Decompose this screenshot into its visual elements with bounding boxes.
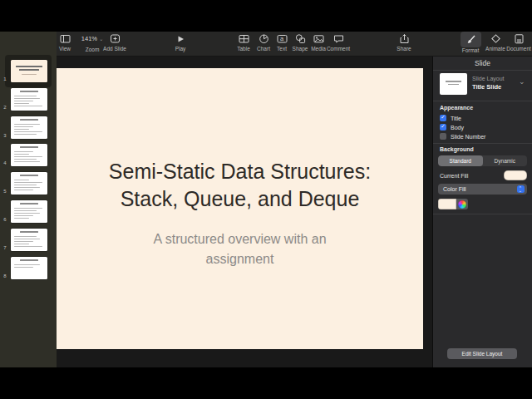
slide-subtitle[interactable]: A structured overview with an assignment [57,229,423,269]
body-checkbox-label: Body [451,125,464,131]
comment-button[interactable]: Comment [322,32,355,57]
slide-thumbnail[interactable] [11,172,47,195]
current-fill-swatch[interactable] [504,170,527,180]
slide-title[interactable]: Semi-Static Data Structures: Stack, Queu… [57,158,423,213]
view-label: View [59,46,71,52]
slide-number: 8 [1,273,9,278]
table-label: Table [237,46,250,52]
color-fill-label: Color Fill [443,186,517,192]
slide-thumbnail[interactable] [11,229,47,251]
color-fill-dropdown[interactable]: Color Fill [438,184,527,195]
checkbox-row-title[interactable]: Title [440,114,461,122]
fill-color-well[interactable] [438,199,468,209]
add-slide-button[interactable]: Add Slide [96,32,133,57]
stepper-icon [517,185,525,193]
background-heading: Background [440,146,474,152]
slide-thumbnail[interactable] [11,88,47,111]
slide-thumbnail[interactable] [11,116,47,139]
slide-layout-label: Slide Layout [472,76,505,81]
body-checkbox[interactable] [440,124,446,131]
slide-number: 3 [1,133,9,138]
share-label: Share [397,46,411,52]
slide-navigator: 12345678 [0,32,57,367]
table-icon [239,32,249,46]
segment-dynamic[interactable]: Dynamic [483,155,528,166]
slide-thumbnail[interactable] [11,60,47,82]
edit-slide-layout-button[interactable]: Edit Slide Layout [447,348,517,359]
checkbox-row-slide-number[interactable]: Slide Number [440,132,485,140]
slide[interactable]: Semi-Static Data Structures: Stack, Queu… [57,68,423,349]
slide-layout-value: Title Slide [472,83,501,91]
current-fill-label: Current Fill [440,173,468,179]
sidebar-icon [60,32,71,46]
slide-number: 4 [1,160,9,165]
format-label: Format [462,47,480,54]
checkbox-row-body[interactable]: Body [440,123,464,131]
plus-slide-icon [110,32,121,46]
paintbrush-icon [461,32,481,47]
segment-standard[interactable]: Standard [438,155,483,166]
color-wheel-icon[interactable] [458,200,466,209]
play-button[interactable]: Play [168,32,193,57]
format-button[interactable]: Format [456,32,485,57]
add-slide-label: Add Slide [103,46,126,52]
slide-number-checkbox[interactable] [440,133,446,140]
slide-number: 6 [1,217,9,222]
inspector-title: Slide [433,57,532,71]
svg-text:a: a [280,35,284,42]
play-icon [175,32,185,46]
slide-thumbnail[interactable] [11,257,47,279]
diamond-icon [490,32,501,46]
slide-number: 1 [1,76,9,81]
document-label: Document [506,46,531,52]
screenshot-root: View 141% ⌄ Zoom Add Slide Play Table [0,0,532,399]
slide-number: 2 [1,105,9,110]
slide-thumbnail[interactable] [11,200,47,223]
title-checkbox[interactable] [440,115,446,121]
fill-color-swatch[interactable] [438,199,456,209]
title-checkbox-label: Title [451,116,461,121]
slide-number-checkbox-label: Slide Number [451,134,485,140]
appearance-heading: Appearance [440,105,473,111]
slide-number: 5 [1,189,9,194]
slide-number: 7 [1,245,9,250]
toolbar: View 141% ⌄ Zoom Add Slide Play Table [0,32,532,57]
slide-thumbnail[interactable] [11,144,47,166]
share-icon [399,32,410,46]
share-button[interactable]: Share [390,32,418,57]
slide-canvas: Semi-Static Data Structures: Stack, Queu… [57,57,432,367]
speech-bubble-icon [333,32,344,46]
document-button[interactable]: Document [503,32,532,57]
play-label: Play [175,46,186,52]
document-icon [514,32,525,46]
chevron-down-icon[interactable]: ⌄ [519,77,525,86]
comment-label: Comment [327,46,350,52]
background-segmented-control: Standard Dynamic [438,155,527,166]
slide-layout-thumbnail[interactable] [440,73,467,95]
format-inspector: Slide Slide Layout Title Slide ⌄ Appeara… [432,57,532,367]
